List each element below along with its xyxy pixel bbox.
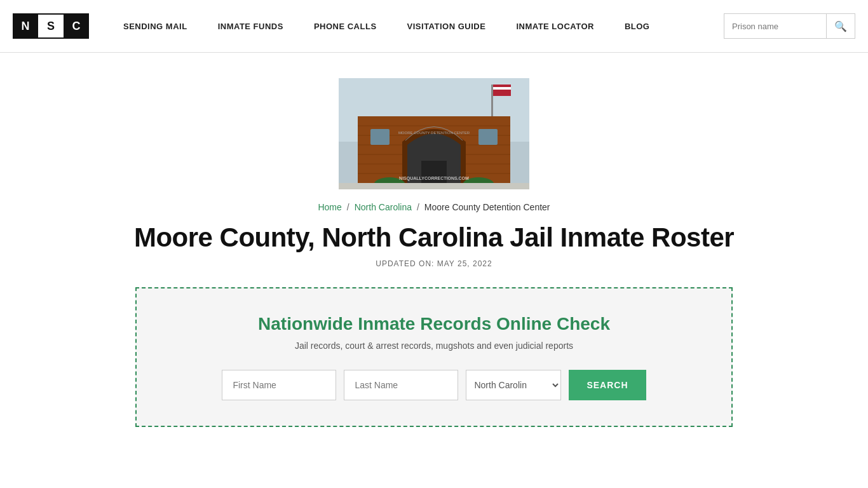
svg-text:MOORE COUNTY DETENTION CENTER: MOORE COUNTY DETENTION CENTER bbox=[398, 131, 470, 135]
nav-visitation-guide[interactable]: VISITATION GUIDE bbox=[392, 22, 501, 31]
main-nav: SENDING MAIL INMATE FUNDS PHONE CALLS VI… bbox=[108, 22, 724, 31]
search-icon-button[interactable]: 🔍 bbox=[826, 14, 855, 38]
breadcrumb-state[interactable]: North Carolina bbox=[355, 202, 412, 212]
breadcrumb-current: Moore County Detention Center bbox=[424, 202, 550, 212]
logo-s: S bbox=[38, 13, 64, 39]
search-button[interactable]: SEARCH bbox=[569, 370, 646, 400]
svg-rect-19 bbox=[339, 183, 529, 189]
nav-blog[interactable]: BLOG bbox=[609, 22, 665, 31]
svg-rect-4 bbox=[493, 87, 511, 90]
svg-rect-15 bbox=[370, 129, 390, 145]
breadcrumb: Home / North Carolina / Moore County Det… bbox=[318, 202, 550, 212]
inmate-search-form: North Carolin Alabama Alaska Arizona Ark… bbox=[168, 370, 700, 400]
breadcrumb-sep1: / bbox=[347, 202, 349, 212]
panel-title: Nationwide Inmate Records Online Check bbox=[258, 314, 610, 334]
prison-search-input[interactable] bbox=[724, 22, 826, 31]
logo-c: C bbox=[64, 13, 89, 39]
logo-n: N bbox=[13, 13, 38, 39]
header-search-box: 🔍 bbox=[724, 13, 855, 39]
first-name-input[interactable] bbox=[222, 370, 336, 400]
main-content: MOORE COUNTY DETENTION CENTER NISQUALLYC… bbox=[0, 53, 868, 452]
nav-inmate-funds[interactable]: INMATE FUNDS bbox=[203, 22, 299, 31]
panel-subtitle: Jail records, court & arrest records, mu… bbox=[295, 341, 573, 351]
site-header: N S C SENDING MAIL INMATE FUNDS PHONE CA… bbox=[0, 0, 868, 53]
breadcrumb-home[interactable]: Home bbox=[318, 202, 341, 212]
search-panel: Nationwide Inmate Records Online Check J… bbox=[135, 287, 733, 427]
state-select[interactable]: North Carolin Alabama Alaska Arizona Ark… bbox=[466, 370, 561, 400]
svg-text:NISQUALLYCORRECTIONS.COM: NISQUALLYCORRECTIONS.COM bbox=[399, 176, 469, 181]
svg-rect-5 bbox=[493, 90, 511, 92]
updated-date: UPDATED ON: MAY 25, 2022 bbox=[376, 259, 492, 268]
nav-sending-mail[interactable]: SENDING MAIL bbox=[108, 22, 203, 31]
svg-rect-16 bbox=[478, 129, 498, 145]
page-title: Moore County, North Carolina Jail Inmate… bbox=[134, 222, 734, 253]
site-logo[interactable]: N S C bbox=[13, 13, 89, 39]
last-name-input[interactable] bbox=[344, 370, 458, 400]
breadcrumb-sep2: / bbox=[417, 202, 419, 212]
facility-image: MOORE COUNTY DETENTION CENTER NISQUALLYC… bbox=[339, 78, 529, 189]
nav-phone-calls[interactable]: PHONE CALLS bbox=[299, 22, 392, 31]
nav-inmate-locator[interactable]: INMATE LOCATOR bbox=[501, 22, 609, 31]
